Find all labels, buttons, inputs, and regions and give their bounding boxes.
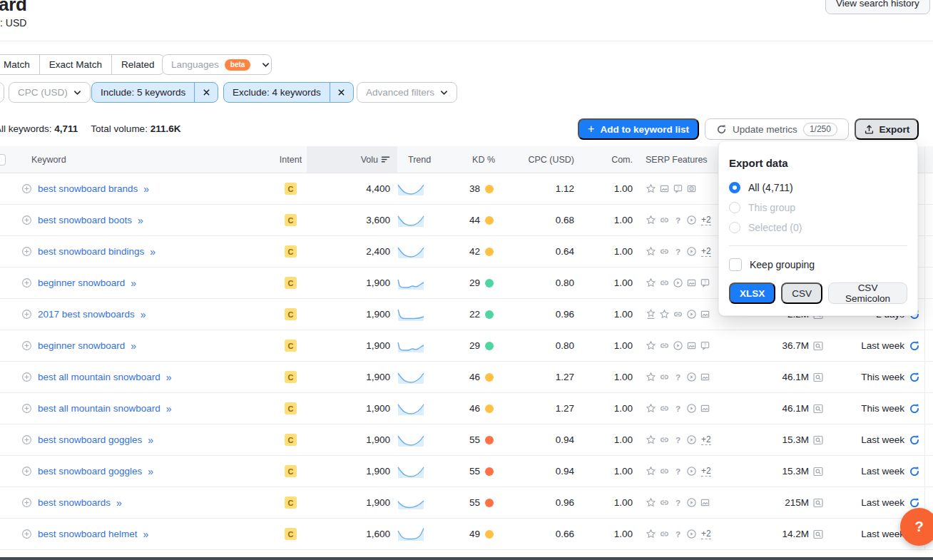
col-intent[interactable]: Intent <box>275 146 307 173</box>
languages-dropdown[interactable]: Languages beta <box>162 54 272 75</box>
keyword-link[interactable]: beginner snowboard <box>38 340 125 351</box>
question-icon[interactable]: ? <box>673 466 683 477</box>
link-icon[interactable] <box>659 340 670 351</box>
advanced-filters-dropdown[interactable]: Advanced filters <box>357 82 457 103</box>
open-keyword-icon[interactable]: » <box>131 278 136 289</box>
image-icon[interactable] <box>700 309 710 320</box>
question-icon[interactable]: ? <box>673 215 683 225</box>
star-icon[interactable] <box>646 497 656 508</box>
keyword-link[interactable]: best snowboard helmet <box>38 529 138 539</box>
link-icon[interactable] <box>659 278 670 288</box>
open-keyword-icon[interactable]: » <box>166 372 171 383</box>
include-filter-remove-icon[interactable] <box>194 83 218 102</box>
keyword-link[interactable]: best snowboard bindings <box>38 246 144 257</box>
link-icon[interactable] <box>673 309 683 320</box>
star-icon[interactable] <box>646 340 656 351</box>
link-icon[interactable] <box>659 497 670 508</box>
keyword-link[interactable]: best snowboards <box>38 497 111 508</box>
image-icon[interactable] <box>700 372 710 382</box>
refresh-icon[interactable] <box>909 466 920 477</box>
refresh-icon[interactable] <box>909 403 920 414</box>
keyword-link[interactable]: best all mountain snowboard <box>38 372 160 382</box>
play-icon[interactable] <box>686 466 697 477</box>
question-icon[interactable]: ? <box>673 246 683 257</box>
play-icon[interactable] <box>686 403 697 414</box>
image-icon[interactable] <box>659 183 670 194</box>
help-button[interactable]: ? <box>900 508 933 546</box>
serp-more-link[interactable]: +2 <box>701 529 711 539</box>
refresh-icon[interactable] <box>909 372 920 383</box>
image-icon[interactable] <box>700 497 710 508</box>
open-keyword-icon[interactable]: » <box>148 434 153 446</box>
col-keyword[interactable]: Keyword <box>20 146 275 173</box>
view-search-history-button[interactable]: View search history <box>825 0 930 14</box>
serp-more-link[interactable]: +2 <box>701 466 711 477</box>
open-keyword-icon[interactable]: » <box>166 403 171 414</box>
link-icon[interactable] <box>659 466 670 477</box>
keyword-link[interactable]: best snowboard boots <box>38 215 132 225</box>
play-icon[interactable] <box>686 497 697 508</box>
keep-grouping-option[interactable]: Keep grouping <box>729 254 907 275</box>
star-icon[interactable] <box>659 309 670 320</box>
video-icon[interactable] <box>686 183 697 194</box>
link-icon[interactable] <box>659 403 670 414</box>
play-icon[interactable] <box>686 309 697 320</box>
open-keyword-icon[interactable]: » <box>116 497 121 509</box>
tab-exact-match[interactable]: Exact Match <box>39 55 111 74</box>
col-kd[interactable]: KD % <box>428 146 499 173</box>
play-icon[interactable] <box>686 529 697 539</box>
col-com[interactable]: Com. <box>578 146 635 173</box>
link-icon[interactable] <box>659 434 670 445</box>
star-icon[interactable] <box>646 466 656 477</box>
link-icon[interactable] <box>659 529 670 539</box>
question-icon[interactable]: ? <box>673 403 683 414</box>
open-keyword-icon[interactable]: » <box>131 340 136 352</box>
question-icon[interactable]: ? <box>673 434 683 445</box>
faq-icon[interactable]: ? <box>700 340 710 351</box>
star-icon[interactable] <box>646 372 656 382</box>
star-icon[interactable] <box>646 183 656 194</box>
open-keyword-icon[interactable]: » <box>143 529 148 540</box>
export-format-csv[interactable]: CSV <box>781 282 822 304</box>
faq-icon[interactable]: ? <box>673 183 683 194</box>
star-icon[interactable] <box>646 403 656 414</box>
image-icon[interactable] <box>686 340 697 351</box>
open-keyword-icon[interactable]: » <box>141 309 146 320</box>
open-keyword-icon[interactable]: » <box>143 183 148 195</box>
serp-more-link[interactable]: +2 <box>701 246 711 257</box>
export-format-xlsx[interactable]: XLSX <box>729 282 775 304</box>
update-metrics-button[interactable]: Update metrics 1/250 <box>705 118 849 140</box>
filter-fragment[interactable] <box>0 82 4 103</box>
star-icon[interactable] <box>646 529 656 539</box>
image-icon[interactable] <box>700 403 710 414</box>
serp-more-link[interactable]: +2 <box>701 215 711 225</box>
question-icon[interactable]: ? <box>673 529 683 539</box>
star-icon[interactable] <box>646 215 656 225</box>
keyword-link[interactable]: best all mountain snowboard <box>38 403 160 414</box>
star-icon[interactable] <box>646 278 656 288</box>
col-trend[interactable]: Trend <box>397 146 428 173</box>
bottom-scrollbar[interactable] <box>0 557 933 560</box>
keyword-link[interactable]: best snowboard goggles <box>38 434 142 445</box>
exclude-filter-remove-icon[interactable] <box>330 83 353 102</box>
open-keyword-icon[interactable]: » <box>150 246 155 258</box>
play-icon[interactable] <box>686 215 697 225</box>
open-keyword-icon[interactable]: » <box>148 466 153 477</box>
refresh-icon[interactable] <box>909 497 920 509</box>
select-all-checkbox[interactable] <box>0 154 6 166</box>
play-icon[interactable] <box>686 372 697 382</box>
image-icon[interactable] <box>686 278 697 288</box>
radio-selected-icon[interactable] <box>729 182 740 193</box>
export-scope-option[interactable]: All (4,711) <box>729 178 907 198</box>
keyword-link[interactable]: best snowboard brands <box>38 183 138 194</box>
keep-grouping-checkbox[interactable] <box>729 258 742 271</box>
question-icon[interactable]: ? <box>673 497 683 508</box>
refresh-icon[interactable] <box>909 340 920 352</box>
keyword-link[interactable]: beginner snowboard <box>38 278 125 288</box>
link-icon[interactable] <box>659 372 670 382</box>
serp-more-link[interactable]: +2 <box>701 434 711 445</box>
exclude-filter-chip[interactable]: Exclude: 4 keywords <box>223 82 354 103</box>
play-icon[interactable] <box>673 278 683 288</box>
keyword-link[interactable]: best snowboard goggles <box>38 466 142 477</box>
col-serp-features[interactable]: SERP Features <box>635 146 720 173</box>
